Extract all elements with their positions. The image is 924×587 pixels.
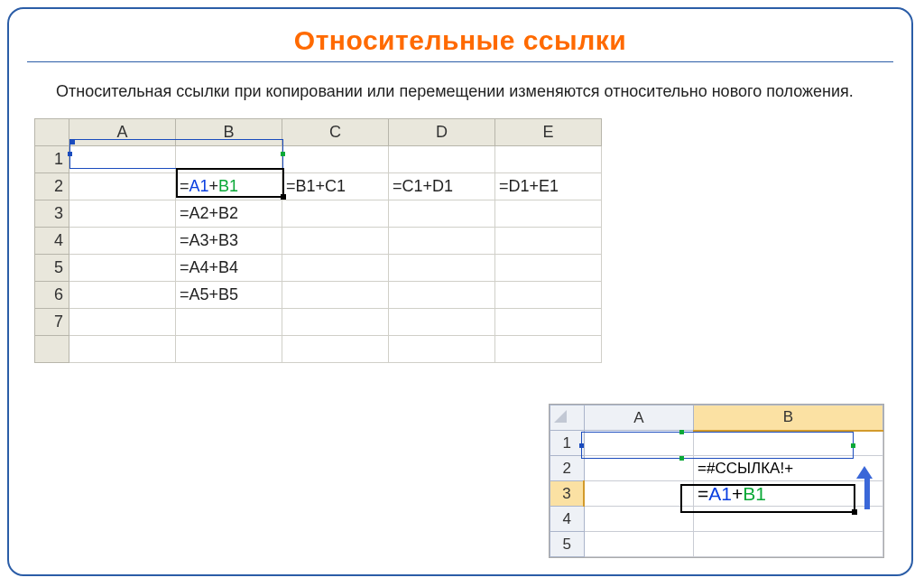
svg-marker-0 — [554, 410, 567, 423]
formula-plus: + — [209, 177, 219, 195]
cell-d5[interactable] — [389, 255, 495, 282]
corner-cell[interactable] — [35, 119, 69, 146]
slide-frame: Относительные ссылки Относительная ссылк… — [7, 7, 913, 576]
cell-c2[interactable]: =B1+C1 — [282, 173, 389, 200]
inset-cell-a4[interactable] — [584, 507, 694, 532]
cell-b7[interactable] — [176, 309, 282, 336]
cell-d4[interactable] — [389, 228, 495, 255]
fill-handle[interactable] — [281, 194, 286, 200]
formula-ref2: B1 — [218, 177, 238, 195]
cell-e5[interactable] — [495, 255, 602, 282]
formula-ref1: A1 — [189, 177, 209, 195]
inset-row-2[interactable]: 2 — [550, 456, 585, 481]
col-head-a[interactable]: A — [69, 119, 176, 146]
page-title: Относительные ссылки — [9, 25, 911, 56]
inset-cell-a1[interactable] — [584, 431, 694, 456]
cell-a4[interactable] — [69, 228, 176, 255]
cell-c7[interactable] — [282, 309, 389, 336]
inset-row-4[interactable]: 4 — [550, 507, 585, 532]
col-head-d[interactable]: D — [389, 119, 495, 146]
cell-c3[interactable] — [282, 200, 389, 228]
formula-eq: = — [180, 177, 189, 195]
up-arrow-icon — [862, 466, 873, 509]
inset-cell-b5[interactable] — [694, 532, 883, 557]
cell-a3[interactable] — [69, 200, 176, 228]
cell-d7[interactable] — [389, 309, 495, 336]
cell-c5[interactable] — [282, 255, 389, 282]
inset-row-5[interactable]: 5 — [550, 532, 585, 557]
description-text: Относительная ссылки при копировании или… — [56, 80, 911, 102]
inset-cell-b3[interactable]: =A1+B1 — [694, 481, 883, 507]
inset-col-b[interactable]: B — [694, 405, 883, 431]
cell-d2[interactable]: =C1+D1 — [389, 173, 495, 200]
cell-e2[interactable]: =D1+E1 — [495, 173, 602, 200]
col-head-b[interactable]: B — [176, 119, 282, 146]
cell-b1[interactable] — [176, 146, 282, 173]
inset-spreadsheet-area: A B 1 2 =#ССЫЛКА!+ 3 =A1+B1 4 — [549, 404, 884, 558]
row-head-4[interactable]: 4 — [35, 228, 69, 255]
inset-row-3[interactable]: 3 — [550, 481, 585, 507]
cell-e7[interactable] — [495, 309, 602, 336]
col-head-e[interactable]: E — [495, 119, 602, 146]
cell-c6[interactable] — [282, 282, 389, 309]
inset-cell-b2[interactable]: =#ССЫЛКА!+ — [694, 456, 883, 481]
row-head-5[interactable]: 5 — [35, 255, 69, 282]
inset-cell-b1[interactable] — [694, 431, 883, 456]
cell-a1[interactable] — [69, 146, 176, 173]
cell-b4[interactable]: =A3+B3 — [176, 228, 282, 255]
inset-formula-plus: + — [732, 483, 743, 504]
row-head-3[interactable]: 3 — [35, 200, 69, 228]
inset-spreadsheet: A B 1 2 =#ССЫЛКА!+ 3 =A1+B1 4 — [550, 405, 883, 557]
title-underline — [27, 61, 893, 62]
cell-a6[interactable] — [69, 282, 176, 309]
row-head-7[interactable]: 7 — [35, 309, 69, 336]
cell-d3[interactable] — [389, 200, 495, 228]
main-spreadsheet-area: A B C D E 1 2 =A1+B1 =B1+C1 — [34, 118, 621, 363]
inset-row-1[interactable]: 1 — [550, 431, 585, 456]
cell-c1[interactable] — [282, 146, 389, 173]
row-head-2[interactable]: 2 — [35, 173, 69, 200]
select-all-icon — [554, 410, 567, 423]
cell-c4[interactable] — [282, 228, 389, 255]
col-head-c[interactable]: C — [282, 119, 389, 146]
inset-fill-handle[interactable] — [852, 509, 857, 515]
row-head-6[interactable]: 6 — [35, 282, 69, 309]
row-head-1[interactable]: 1 — [35, 146, 69, 173]
cell-b6[interactable]: =A5+B5 — [176, 282, 282, 309]
inset-formula-ref1: A1 — [708, 483, 732, 504]
cell-d1[interactable] — [389, 146, 495, 173]
inset-formula-eq: = — [698, 483, 708, 504]
inset-cell-a2[interactable] — [584, 456, 694, 481]
cell-b3[interactable]: =A2+B2 — [176, 200, 282, 228]
cell-e3[interactable] — [495, 200, 602, 228]
cell-e4[interactable] — [495, 228, 602, 255]
cell-e6[interactable] — [495, 282, 602, 309]
inset-cell-a3[interactable] — [584, 481, 694, 507]
cell-e1[interactable] — [495, 146, 602, 173]
cell-b5[interactable]: =A4+B4 — [176, 255, 282, 282]
row-head-8[interactable] — [35, 336, 69, 363]
inset-formula-ref2: B1 — [743, 483, 766, 504]
cell-b2[interactable]: =A1+B1 — [176, 173, 282, 200]
inset-col-a[interactable]: A — [584, 405, 694, 431]
main-spreadsheet: A B C D E 1 2 =A1+B1 =B1+C1 — [34, 118, 602, 363]
cell-a2[interactable] — [69, 173, 176, 200]
cell-a7[interactable] — [69, 309, 176, 336]
cell-d6[interactable] — [389, 282, 495, 309]
inset-corner[interactable] — [550, 405, 585, 431]
inset-cell-a5[interactable] — [584, 532, 694, 557]
cell-a5[interactable] — [69, 255, 176, 282]
